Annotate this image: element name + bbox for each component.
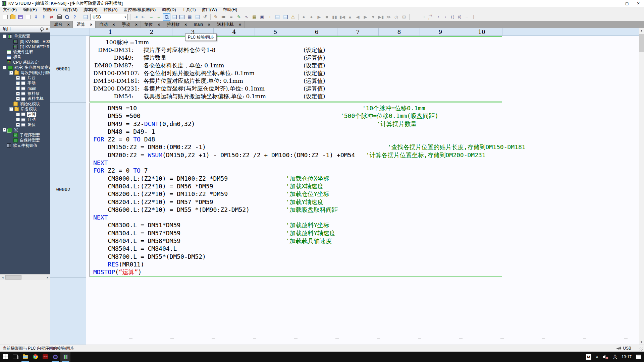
menu-item-程序(M)[interactable]: 程序(M) <box>60 7 80 13</box>
task-view-button[interactable] <box>10 352 20 362</box>
new-project-button[interactable] <box>1 13 9 21</box>
tree-item-标号[interactable]: 标号 <box>0 55 50 60</box>
vscroll-thumb[interactable] <box>639 34 644 52</box>
expand-icon[interactable]: + <box>16 113 20 116</box>
save-as-project-button[interactable] <box>24 13 32 21</box>
export-project-button[interactable]: ⇑ <box>40 13 48 21</box>
start-button[interactable] <box>0 352 10 362</box>
print-button[interactable] <box>55 13 63 21</box>
file-explorer-button[interactable] <box>20 352 30 362</box>
tab-手动[interactable]: 手动 <box>118 21 141 28</box>
ladder-editor-canvas[interactable]: 12345678910 00001 00002 100脉冲 =1mmDM0-DM… <box>50 28 639 345</box>
ladder-out-coil-button[interactable]: ( ) <box>449 13 456 21</box>
menu-item-编辑(E)[interactable]: 编辑(E) <box>20 7 40 13</box>
editor-mode-button[interactable]: ✎ <box>212 13 220 21</box>
replay-pause-button[interactable]: ▮▮ <box>331 13 338 21</box>
menu-item-窗口(W)[interactable]: 窗口(W) <box>199 7 220 13</box>
step-back-button[interactable]: ◀ <box>354 13 362 21</box>
ladder-hline-button[interactable]: ─ <box>463 13 470 21</box>
collapse-icon[interactable]: - <box>9 71 13 75</box>
maximize-button[interactable]: ▢ <box>621 0 633 7</box>
clock[interactable]: 13:17 <box>622 355 632 359</box>
minimize-button[interactable]: — <box>610 0 621 7</box>
acrobat-button[interactable]: 2018 <box>40 352 50 362</box>
plc-verify-sync-button[interactable] <box>163 13 170 21</box>
plc-transfer-run-button[interactable]: → <box>147 13 155 21</box>
label-list-button[interactable]: ≡ <box>227 13 235 21</box>
tree-item-手动[interactable]: +手动 <box>0 81 50 86</box>
expand-icon[interactable]: + <box>16 86 20 90</box>
tab-自动[interactable]: 自动 <box>96 21 118 28</box>
replay-play-button[interactable]: ▶ <box>315 13 323 21</box>
ladder-contact-nc-button[interactable]: ⊣/⊢ <box>428 13 435 21</box>
tree-item-后备模块[interactable]: -后备模块 <box>0 107 50 112</box>
expand-icon[interactable]: + <box>16 76 20 80</box>
tree-item-送料电机[interactable]: +送料电机 <box>0 96 50 102</box>
tab-close-icon[interactable] <box>184 22 187 27</box>
help-button[interactable]: ? <box>71 13 78 21</box>
collapse-icon[interactable]: - <box>3 35 6 38</box>
crosshair-app-button[interactable] <box>50 352 60 362</box>
clear-device-values-button[interactable]: ↺ <box>201 13 209 21</box>
memory-editor-button[interactable]: ▣ <box>258 13 266 21</box>
scan-time-button[interactable]: ◷ <box>392 13 400 21</box>
menu-item-帮助(H)[interactable]: 帮助(H) <box>220 7 240 13</box>
menu-item-视图(V)[interactable]: 视图(V) <box>40 7 60 13</box>
expand-icon[interactable]: + <box>16 118 20 121</box>
tab-推料缸[interactable]: 推料缸 <box>163 21 190 28</box>
open-project-button[interactable] <box>9 13 17 21</box>
step-first-button[interactable]: ▮◀ <box>338 13 346 21</box>
comment-block[interactable]: 100脉冲 =1mmDM0-DM31:摆片序号对应材料仓位号1-8(设定值)DM… <box>90 36 502 102</box>
menu-item-调试(D)[interactable]: 调试(D) <box>159 7 179 13</box>
tree-item-软元件注释[interactable]: 软元件注释 <box>0 50 50 55</box>
tree-item-每次扫描执行型模块[interactable]: -每次扫描执行型模块 <box>0 70 50 76</box>
tree-item-软元件初始值[interactable]: 软元件初始值 <box>0 143 50 148</box>
monitor-mode-button[interactable] <box>170 13 178 21</box>
ladder-vline-button[interactable]: │ <box>470 13 477 21</box>
expand-icon[interactable]: + <box>16 97 20 101</box>
menu-item-文件(F)[interactable]: 文件(F) <box>0 7 20 13</box>
tab-main[interactable]: main <box>190 21 213 28</box>
tree-item-单元配置[interactable]: -单元配置 <box>0 34 50 39</box>
project-tree-hscrollbar[interactable]: ◂ ▸ <box>0 274 50 280</box>
scroll-right-icon[interactable]: ▸ <box>45 276 50 279</box>
collapse-icon[interactable]: - <box>9 107 13 111</box>
script-editor-button[interactable]: ✎ <box>235 13 243 21</box>
tree-item-后台[interactable]: +后台 <box>0 75 50 81</box>
volume-muted-icon[interactable] <box>603 355 609 359</box>
kv-studio-taskbar-button[interactable] <box>60 352 70 362</box>
tab-运算[interactable]: 运算 <box>73 21 95 28</box>
replay-capture-button[interactable]: ● <box>308 13 315 21</box>
menu-item-工具(T)[interactable]: 工具(T) <box>179 7 199 13</box>
step-last-button[interactable]: ▶▮ <box>377 13 385 21</box>
tree-item-初始化模块[interactable]: 初始化模块 <box>0 102 50 107</box>
menu-item-脚本(S)[interactable]: 脚本(S) <box>80 7 101 13</box>
step-forward-button[interactable]: ▶ <box>362 13 369 21</box>
tree-item-运算[interactable]: +运算 <box>0 112 50 117</box>
notification-center-icon[interactable] <box>636 355 641 359</box>
plc-read-run-button[interactable]: ← <box>155 13 163 21</box>
replay-record-button[interactable]: ● <box>300 13 308 21</box>
ladder-rise-contact-button[interactable]: ↑ <box>435 13 442 21</box>
operation-alarm-button[interactable]: ⚠ <box>289 13 297 21</box>
tree-item-[1] KV-N16ET*[interactable]: [1] KV-N16ET*R15 <box>0 44 50 50</box>
unit-editor-button[interactable]: ▦ <box>251 13 258 21</box>
scan-up-button[interactable]: ▲ <box>346 13 354 21</box>
custom-tool-button[interactable]: + <box>266 13 274 21</box>
tab-close-icon[interactable] <box>238 22 241 27</box>
close-button[interactable]: ✕ <box>633 0 644 7</box>
tab-close-icon[interactable] <box>112 22 115 27</box>
step-over-button[interactable]: ≫ <box>385 13 392 21</box>
tray-app-badge[interactable]: M <box>586 354 591 360</box>
tree-item-[0] KV-N60[interactable]: [0] KV-N60R00 <box>0 39 50 45</box>
chrome-button[interactable] <box>30 352 40 362</box>
collapse-icon[interactable]: - <box>3 66 6 69</box>
watch-window-button[interactable] <box>281 13 289 21</box>
scroll-left-icon[interactable]: ◂ <box>0 276 5 279</box>
ladder-contact-no-button[interactable]: ⊣⊢ <box>421 13 428 21</box>
tree-item-自动[interactable]: +自动 <box>0 117 50 122</box>
tab-送料电机[interactable]: 送料电机 <box>213 21 244 28</box>
tree-item-自保持型宏[interactable]: 自保持型宏 <box>0 138 50 143</box>
replay-stop-button[interactable]: ■ <box>323 13 331 21</box>
ladder-fall-contact-button[interactable]: ↓ <box>442 13 449 21</box>
